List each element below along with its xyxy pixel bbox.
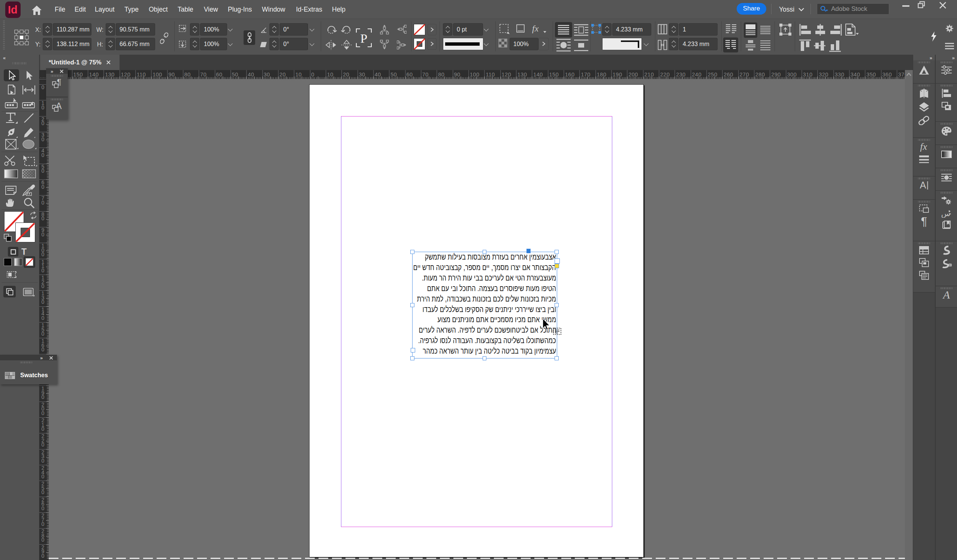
svg-text:A: A: [943, 290, 950, 300]
svg-text:¶: ¶: [921, 216, 927, 227]
svg-text:A: A: [920, 181, 926, 190]
svg-text:P: P: [360, 32, 368, 45]
svg-text:fx: fx: [920, 142, 927, 152]
